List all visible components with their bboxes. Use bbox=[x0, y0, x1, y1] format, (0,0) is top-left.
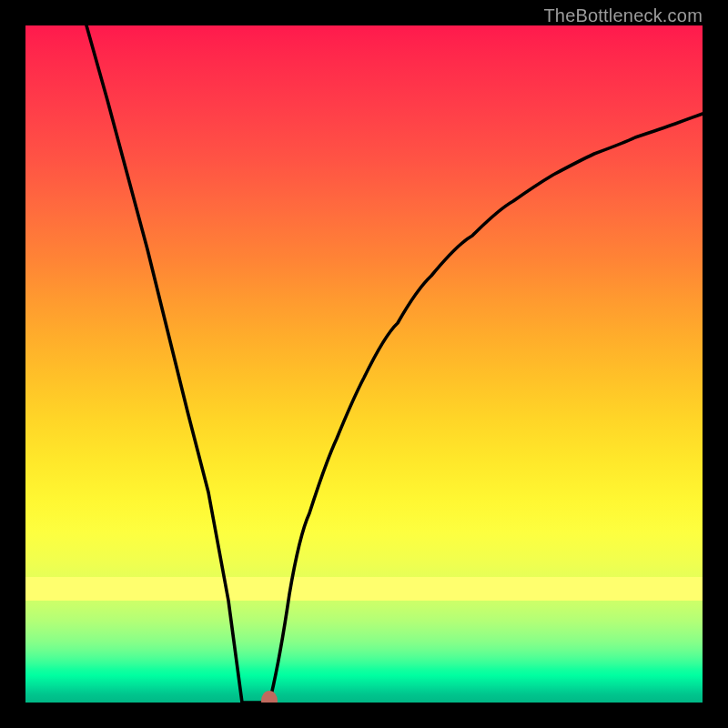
curve-left-branch bbox=[86, 25, 242, 703]
watermark-text: TheBottleneck.com bbox=[543, 5, 703, 26]
curve-right-branch bbox=[269, 114, 703, 703]
plot-area bbox=[25, 25, 703, 703]
chart-container: TheBottleneck.com bbox=[0, 0, 728, 728]
minimum-marker bbox=[261, 691, 278, 703]
curve-svg bbox=[25, 25, 703, 703]
